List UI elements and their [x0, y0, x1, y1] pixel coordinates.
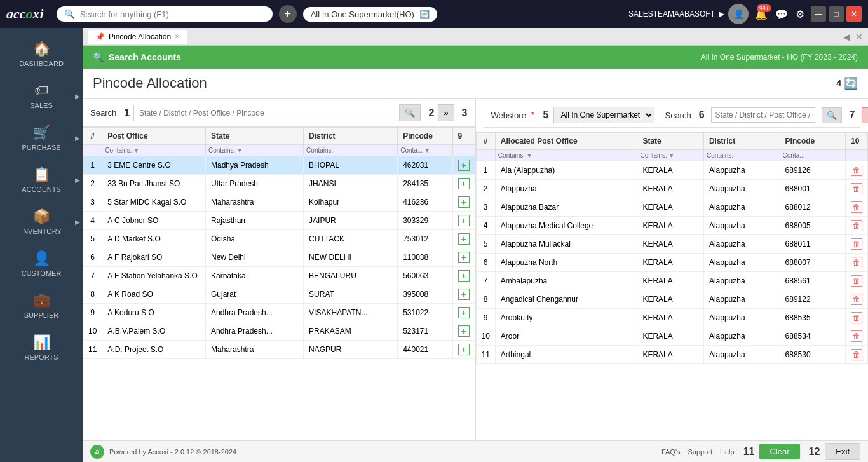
table-row[interactable]: 10 A.B.V.Palem S.O Andhra Pradesh... PRA…: [83, 322, 475, 341]
clear-button[interactable]: Clear: [759, 444, 799, 459]
delete-row-button[interactable]: 🗑: [851, 330, 862, 342]
add-row-button[interactable]: +: [458, 233, 470, 245]
table-row[interactable]: 8 Angadical Chengannur KERALA Alappuzha …: [476, 290, 868, 309]
delete-row-button[interactable]: 🗑: [851, 201, 862, 213]
tab-close-all[interactable]: ✕: [855, 32, 863, 42]
left-row-state: Odisha: [205, 230, 303, 248]
right-row-pincode: 688007: [780, 254, 845, 272]
delete-row-button[interactable]: 🗑: [851, 238, 862, 250]
table-row[interactable]: 7 A F Station Yelahanka S.O Karnataka BE…: [83, 267, 475, 285]
left-row-pincode: 110038: [398, 248, 452, 267]
left-filter-post-office-funnel[interactable]: ▼: [133, 147, 140, 154]
search-accounts-label[interactable]: Search Accounts: [109, 52, 181, 62]
table-row[interactable]: 6 A F Rajokari SO New Delhi NEW DELHI 11…: [83, 248, 475, 267]
right-filter-post-office-label: Contains:: [498, 152, 525, 159]
table-row[interactable]: 5 Alappuzha Mullackal KERALA Alappuzha 6…: [476, 235, 868, 254]
add-row-button[interactable]: +: [458, 307, 470, 318]
delete-row-button[interactable]: 🗑: [851, 257, 862, 268]
support-link[interactable]: Support: [688, 448, 713, 456]
add-row-button[interactable]: +: [458, 344, 470, 355]
add-row-button[interactable]: +: [458, 270, 470, 282]
table-row[interactable]: 10 Aroor KERALA Alappuzha 688534 🗑: [476, 327, 868, 346]
right-search-btn[interactable]: 🔍: [822, 107, 842, 123]
sidebar-item-dashboard[interactable]: 🏠 DASHBOARD: [0, 33, 83, 75]
sidebar-item-sales[interactable]: 🏷 SALES ▶: [0, 75, 83, 117]
webstore-num5: 5: [543, 109, 549, 121]
table-row[interactable]: 2 Alappuzha KERALA Alappuzha 688001 🗑: [476, 180, 868, 198]
right-search-input[interactable]: [711, 107, 815, 123]
close-button[interactable]: ✕: [846, 6, 862, 22]
right-delete-all-btn[interactable]: 🗑: [862, 107, 869, 123]
company-selector[interactable]: All In One Supermarket(HO) 🔄: [303, 7, 437, 22]
add-row-button[interactable]: +: [458, 196, 470, 208]
tab-left-arrow[interactable]: ◀: [843, 32, 850, 42]
bottom-bar: a Powered by Accoxi - 2.0.12 © 2018-2024…: [83, 440, 868, 462]
left-advance-btn[interactable]: »: [438, 104, 454, 121]
delete-row-button[interactable]: 🗑: [851, 294, 862, 305]
tab-label: Pincode Allocation: [109, 32, 171, 41]
tab-close-icon[interactable]: ✕: [175, 33, 180, 40]
table-row[interactable]: 5 A D Market S.O Odisha CUTTACK 753012 +: [83, 230, 475, 248]
table-row[interactable]: 4 A C Jobner SO Rajasthan JAIPUR 303329 …: [83, 212, 475, 230]
add-row-button[interactable]: +: [458, 289, 470, 300]
table-row[interactable]: 7 Ambalapuzha KERALA Alappuzha 688561 🗑: [476, 272, 868, 290]
table-row[interactable]: 9 A Koduru S.O Andhra Pradesh... VISAKHA…: [83, 304, 475, 322]
add-row-button[interactable]: +: [458, 325, 470, 337]
right-filter-post-office-funnel[interactable]: ▼: [526, 152, 532, 159]
add-row-button[interactable]: +: [458, 215, 470, 226]
left-row-num: 8: [83, 285, 102, 304]
exit-button[interactable]: Exit: [825, 443, 860, 460]
delete-row-button[interactable]: 🗑: [851, 312, 862, 323]
right-table-container: # Allocated Post Office State District P…: [476, 132, 869, 440]
delete-row-button[interactable]: 🗑: [851, 349, 862, 360]
delete-row-button[interactable]: 🗑: [851, 275, 862, 287]
refresh-button[interactable]: 4 🔄: [834, 76, 858, 90]
table-row[interactable]: 4 Alappuzha Medical College KERALA Alapp…: [476, 217, 868, 235]
window-controls: — □ ✕: [811, 6, 862, 22]
add-row-button[interactable]: +: [458, 252, 470, 263]
faq-link[interactable]: FAQ's: [661, 448, 681, 456]
add-button[interactable]: +: [279, 5, 297, 23]
tab-pincode-allocation[interactable]: 📌 Pincode Allocation ✕: [88, 30, 187, 44]
sidebar-item-purchase[interactable]: 🛒 PURCHASE ▶: [0, 117, 83, 159]
delete-row-button[interactable]: 🗑: [851, 165, 862, 176]
sidebar-item-supplier[interactable]: 💼 SUPPLIER: [0, 285, 83, 327]
table-row[interactable]: 8 A K Road SO Gujarat SURAT 395008 +: [83, 285, 475, 304]
left-search-btn[interactable]: 🔍: [399, 104, 421, 121]
table-row[interactable]: 9 Arookutty KERALA Alappuzha 688535 🗑: [476, 309, 868, 327]
left-filter-state-funnel[interactable]: ▼: [236, 147, 243, 154]
delete-row-button[interactable]: 🗑: [851, 220, 862, 231]
delete-row-button[interactable]: 🗑: [851, 183, 862, 194]
sidebar-item-reports[interactable]: 📊 REPORTS: [0, 327, 83, 369]
table-row[interactable]: 1 Ala (Alappuzha) KERALA Alappuzha 68912…: [476, 161, 868, 180]
left-search-input[interactable]: [133, 105, 395, 121]
table-row[interactable]: 11 Arthingal KERALA Alappuzha 688530 🗑: [476, 346, 868, 364]
minimize-button[interactable]: —: [811, 6, 826, 22]
global-search-bar[interactable]: 🔍: [57, 6, 273, 22]
notifications-icon[interactable]: 🔔 99+: [755, 8, 768, 20]
maximize-button[interactable]: □: [829, 6, 844, 22]
chat-icon[interactable]: 💬: [775, 8, 788, 20]
left-row-state: Andhra Pradesh...: [205, 304, 303, 322]
table-row[interactable]: 3 5 Star MIDC Kagal S.O Maharashtra Kolh…: [83, 193, 475, 212]
global-search-input[interactable]: [80, 10, 265, 19]
sidebar-item-customer[interactable]: 👤 CUSTOMER: [0, 243, 83, 285]
webstore-select[interactable]: All In One Supermarket: [553, 107, 654, 123]
sidebar-item-accounts[interactable]: 📋 ACCOUNTS ▶: [0, 159, 83, 201]
right-filter-state-funnel[interactable]: ▼: [668, 152, 675, 159]
left-filter-pincode-funnel[interactable]: ▼: [424, 147, 430, 154]
settings-icon[interactable]: ⚙: [796, 8, 804, 20]
company-refresh-icon[interactable]: 🔄: [419, 10, 430, 19]
table-row[interactable]: 1 3 EME Centre S.O Madhya Pradesh BHOPAL…: [83, 156, 475, 175]
add-row-button[interactable]: +: [458, 178, 470, 189]
add-row-button[interactable]: +: [458, 160, 470, 171]
help-link[interactable]: Help: [720, 448, 735, 456]
right-row-district: Alappuzha: [703, 327, 780, 346]
sidebar-item-inventory[interactable]: 📦 INVENTORY ▶: [0, 201, 83, 243]
right-filter-district-label: Contains:: [707, 152, 733, 159]
table-row[interactable]: 2 33 Bn Pac Jhansi SO Uttar Pradesh JHAN…: [83, 175, 475, 193]
right-row-action: 🗑: [846, 180, 868, 198]
table-row[interactable]: 3 Alappuzha Bazar KERALA Alappuzha 68801…: [476, 198, 868, 217]
table-row[interactable]: 11 A.D. Project S.O Maharashtra NAGPUR 4…: [83, 341, 475, 359]
table-row[interactable]: 6 Alappuzha North KERALA Alappuzha 68800…: [476, 254, 868, 272]
